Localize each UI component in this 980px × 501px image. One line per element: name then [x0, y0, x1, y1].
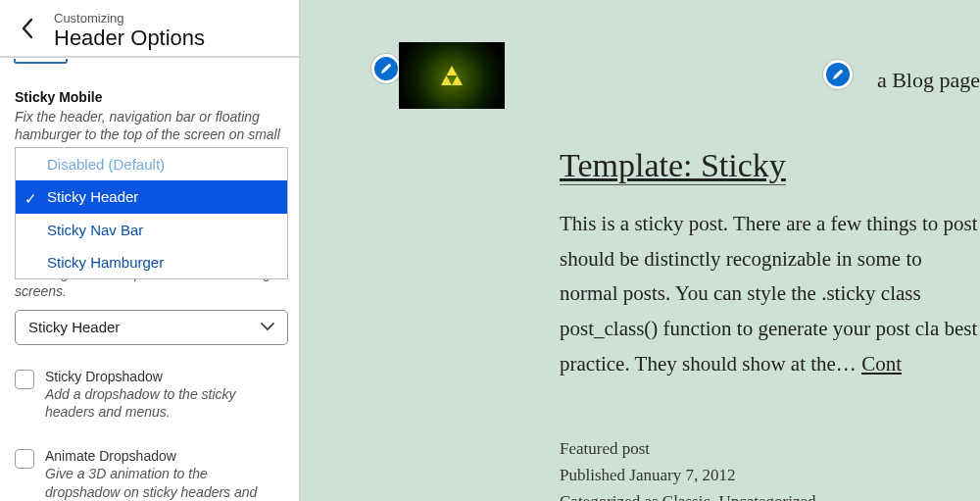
site-title-text: a Blog page [877, 68, 980, 92]
sidebar-header: Customizing Header Options [0, 0, 299, 58]
dropdown-option-label: Sticky Header [47, 188, 138, 205]
sticky-large-select[interactable]: Sticky Header [15, 310, 288, 345]
animate-dropshadow-text: Animate Dropshadow Give a 3D animation t… [45, 448, 284, 501]
sticky-dropshadow-desc: Add a dropshadow to the sticky headers a… [45, 385, 284, 421]
post-body-text: This is a sticky post. There are a few t… [560, 212, 978, 376]
dropdown-option-label: Disabled (Default) [47, 156, 165, 173]
dropdown-option-label: Sticky Hamburger [47, 254, 164, 271]
sticky-dropshadow-label: Sticky Dropshadow [45, 369, 284, 384]
sticky-mobile-heading: Sticky Mobile [15, 89, 284, 105]
sticky-dropshadow-checkbox[interactable] [15, 370, 34, 389]
post-title[interactable]: Template: Sticky [560, 147, 786, 185]
post-body: This is a sticky post. There are a few t… [560, 207, 980, 381]
pencil-icon [831, 68, 845, 81]
animate-dropshadow-row: Animate Dropshadow Give a 3D animation t… [15, 448, 284, 501]
sticky-mobile-desc: Fix the header, navigation bar or floati… [15, 108, 284, 143]
page-title: Header Options [54, 25, 299, 51]
customizer-sidebar: Customizing Header Options Sticky Mobile… [0, 0, 301, 501]
site-logo-image [399, 42, 505, 109]
meta-published: Published January 7, 2012 [560, 462, 816, 488]
check-icon: ✓ [24, 187, 37, 210]
breadcrumb: Customizing [54, 11, 299, 25]
back-button[interactable] [0, 0, 54, 56]
sticky-dropshadow-text: Sticky Dropshadow Add a dropshadow to th… [45, 369, 284, 421]
dropdown-option-sticky-hamburger[interactable]: ✓ Sticky Hamburger [16, 246, 287, 278]
post-meta: Featured post Published January 7, 2012 … [560, 435, 816, 501]
chevron-down-icon [261, 323, 274, 331]
edit-logo-button[interactable] [371, 54, 401, 83]
header-text: Customizing Header Options [54, 5, 299, 51]
site-title[interactable]: a Blog page [877, 68, 980, 93]
animate-dropshadow-label: Animate Dropshadow [45, 448, 284, 464]
post-title-link: Template: Sticky [560, 147, 786, 183]
dropdown-option-disabled[interactable]: ✓ Disabled (Default) [16, 148, 287, 180]
chevron-left-icon [21, 18, 33, 39]
animate-dropshadow-checkbox[interactable] [15, 449, 34, 469]
continue-reading-link[interactable]: Cont [861, 352, 902, 376]
animate-dropshadow-desc: Give a 3D animation to the dropshadow on… [45, 465, 284, 501]
sticky-large-value: Sticky Header [28, 319, 120, 335]
dropdown-option-sticky-navbar[interactable]: ✓ Sticky Nav Bar [16, 214, 287, 246]
edit-site-title-button[interactable] [823, 60, 853, 89]
dropdown-option-label: Sticky Nav Bar [47, 222, 143, 238]
meta-categorized: Categorized as Classic, Uncategorized [560, 488, 816, 501]
preview-pane: a Blog page Template: Sticky This is a s… [301, 0, 980, 501]
dropdown-option-sticky-header[interactable]: ✓ Sticky Header [16, 180, 287, 213]
partial-button-fragment[interactable] [14, 59, 68, 64]
site-logo[interactable] [399, 42, 505, 109]
sticky-mobile-dropdown[interactable]: ✓ Disabled (Default) ✓ Sticky Header ✓ S… [15, 147, 288, 279]
sticky-dropshadow-row: Sticky Dropshadow Add a dropshadow to th… [15, 369, 284, 421]
triforce-icon [441, 66, 463, 85]
meta-featured: Featured post [560, 435, 816, 462]
pencil-icon [379, 62, 393, 75]
post: Template: Sticky This is a sticky post. … [560, 147, 980, 381]
